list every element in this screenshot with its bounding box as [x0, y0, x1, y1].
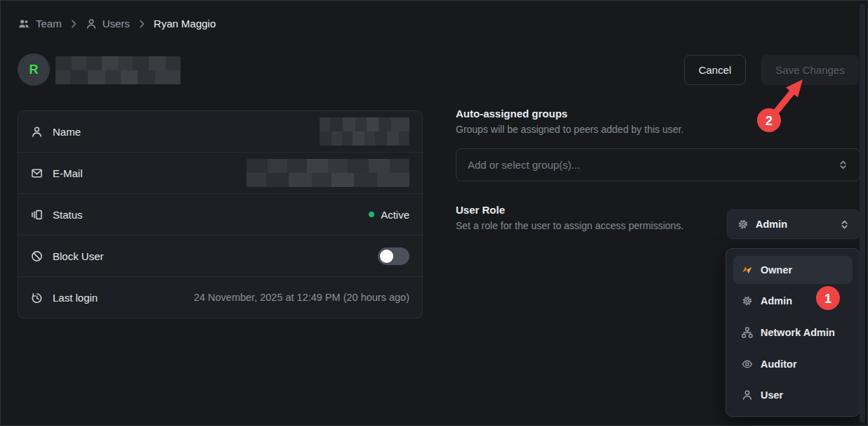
team-icon: [18, 18, 30, 30]
save-changes-button[interactable]: Save Changes: [761, 55, 859, 85]
group-select-input[interactable]: [468, 159, 838, 171]
table-row-status: Status Active: [18, 193, 422, 235]
user-icon: [31, 126, 43, 138]
breadcrumb-users-label: Users: [103, 18, 130, 30]
user-icon: [86, 18, 97, 30]
chevron-right-icon: [136, 18, 147, 30]
user-details-card: Name E-Mail: [18, 110, 423, 318]
breadcrumb-current-user: Ryan Maggio: [154, 18, 216, 30]
menu-item-admin-label: Admin: [761, 295, 792, 306]
last-login-value: 24 November, 2025 at 12:49 PM (20 hours …: [194, 292, 409, 303]
menu-item-network-admin[interactable]: Network Admin: [733, 318, 853, 347]
table-row-last-login: Last login 24 November, 2025 at 12:49 PM…: [18, 276, 422, 318]
gear-icon: [742, 295, 753, 306]
ban-icon: [31, 250, 43, 262]
menu-item-user[interactable]: User: [733, 381, 853, 409]
groups-section-subtitle: Groups will be assigned to peers added b…: [456, 124, 684, 135]
avatar-letter: R: [29, 63, 39, 77]
mail-icon: [31, 167, 43, 179]
menu-item-admin[interactable]: Admin: [733, 288, 853, 316]
status-value: Active: [381, 209, 409, 221]
user-role-section-subtitle: Set a role for the user to assign access…: [456, 220, 683, 231]
chevrons-up-down-icon: [839, 219, 850, 230]
menu-item-auditor-label: Auditor: [761, 359, 797, 370]
status-dot-icon: [369, 212, 374, 217]
breadcrumb: Team Users Ryan Maggio: [18, 18, 216, 30]
user-role-section-title: User Role: [456, 204, 505, 216]
table-row-email: E-Mail: [18, 152, 422, 193]
annotation-circle-2: [757, 108, 781, 132]
avatar: R: [18, 53, 50, 86]
annotation-step-2: 2: [765, 114, 772, 128]
chevron-right-icon: [68, 18, 79, 30]
row-label-status: Status: [53, 209, 83, 221]
gear-icon: [737, 219, 749, 230]
redacted-name-value: [320, 117, 409, 146]
status-badge: Active: [369, 209, 409, 221]
menu-item-user-label: User: [761, 389, 783, 401]
breadcrumb-current-label: Ryan Maggio: [154, 18, 216, 30]
redacted-email-value: [246, 159, 409, 187]
row-label-name: Name: [53, 126, 81, 138]
toggle-knob: [380, 250, 393, 263]
cancel-button[interactable]: Cancel: [684, 55, 746, 85]
netbird-owner-icon: [742, 264, 753, 276]
group-select-field[interactable]: [456, 148, 860, 181]
network-icon: [742, 327, 753, 338]
breadcrumb-users[interactable]: Users: [86, 18, 130, 30]
row-label-last-login: Last login: [53, 292, 98, 304]
redacted-user-name: [55, 56, 180, 84]
annotation-arrow-shaft: [777, 92, 792, 111]
user-role-dropdown-menu: Owner Admin Network Admin: [725, 248, 860, 417]
user-role-select[interactable]: Admin: [727, 209, 860, 239]
status-icon: [31, 209, 43, 221]
menu-item-owner[interactable]: Owner: [733, 256, 853, 284]
menu-item-owner-label: Owner: [761, 264, 792, 276]
user-icon: [742, 389, 753, 401]
table-row-block-user: Block User: [18, 235, 422, 276]
menu-item-auditor[interactable]: Auditor: [733, 350, 853, 378]
user-role-selected-value: Admin: [756, 219, 832, 230]
row-label-block-user: Block User: [53, 250, 104, 262]
breadcrumb-team[interactable]: Team: [18, 18, 62, 30]
vertical-scrollbar[interactable]: [860, 4, 865, 422]
user-detail-page: Team Users Ryan Maggio R Cancel Save Cha…: [0, 0, 868, 426]
breadcrumb-team-label: Team: [36, 18, 62, 30]
block-user-toggle[interactable]: [378, 247, 409, 265]
menu-item-network-admin-label: Network Admin: [761, 327, 835, 338]
groups-section-title: Auto-assigned groups: [456, 108, 567, 120]
row-label-email: E-Mail: [53, 167, 83, 179]
eye-icon: [742, 359, 753, 370]
chevrons-up-down-icon: [838, 160, 848, 170]
history-icon: [31, 292, 43, 304]
table-row-name: Name: [18, 111, 422, 152]
